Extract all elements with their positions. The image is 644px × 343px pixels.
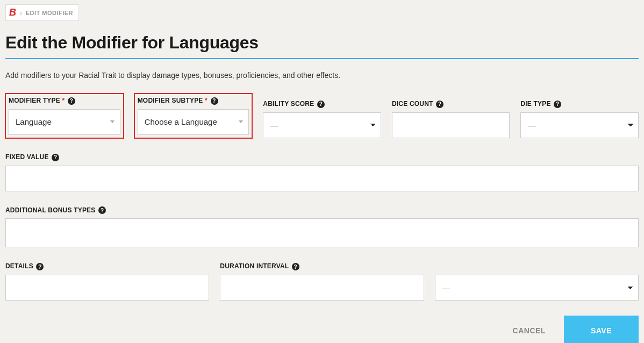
field-dice-count: DICE COUNT ? — [392, 100, 510, 138]
help-icon[interactable]: ? — [68, 97, 75, 105]
save-button[interactable]: SAVE — [564, 316, 639, 343]
field-ability-score: ABILITY SCORE ? — — [263, 100, 381, 138]
form-footer: CANCEL SAVE — [5, 316, 639, 343]
field-duration-interval: DURATION INTERVAL ? — [220, 262, 424, 301]
chevron-down-icon — [239, 120, 243, 123]
label-duration-interval: DURATION INTERVAL ? — [220, 262, 424, 270]
chevron-down-icon — [110, 120, 115, 123]
duration-unit-select[interactable]: — — [435, 275, 639, 301]
cancel-button[interactable]: CANCEL — [500, 316, 559, 343]
form-row-3: DETAILS ? DURATION INTERVAL ? x — — [5, 262, 639, 301]
duration-interval-input[interactable] — [220, 275, 424, 301]
field-duration-unit: x — — [435, 263, 639, 301]
label-additional-bonus-types: ADDITIONAL BONUS TYPES ? — [5, 206, 639, 215]
field-details: DETAILS ? — [5, 262, 209, 301]
field-modifier-subtype: MODIFIER SUBTYPE * ? Choose a Language — [134, 94, 253, 138]
help-icon[interactable]: ? — [98, 206, 106, 214]
label-fixed-value: FIXED VALUE ? — [5, 153, 639, 161]
label-modifier-type: MODIFIER TYPE * ? — [9, 97, 120, 105]
additional-bonus-types-input[interactable] — [5, 218, 639, 247]
label-details: DETAILS ? — [5, 262, 209, 270]
chevron-right-icon: › — [20, 9, 23, 17]
modifier-type-select[interactable]: Language — [9, 109, 120, 135]
logo-icon[interactable]: B — [9, 7, 17, 18]
details-input[interactable] — [5, 275, 209, 301]
field-modifier-type: MODIFIER TYPE * ? Language — [5, 94, 124, 138]
field-fixed-value: FIXED VALUE ? — [5, 153, 639, 191]
page-description: Add modifiers to your Racial Trait to di… — [5, 71, 639, 80]
help-icon[interactable]: ? — [52, 154, 59, 161]
page-title: Edit the Modifier for Languages — [5, 33, 639, 53]
help-icon[interactable]: ? — [211, 97, 218, 105]
ability-score-select[interactable]: — — [263, 112, 381, 138]
fixed-value-input[interactable] — [5, 166, 639, 191]
help-icon[interactable]: ? — [36, 263, 44, 270]
die-type-select[interactable]: — — [520, 112, 639, 138]
field-additional-bonus-types: ADDITIONAL BONUS TYPES ? — [5, 206, 639, 248]
form-row-1: MODIFIER TYPE * ? Language MODIFIER SUBT… — [5, 94, 639, 138]
breadcrumb: B › EDIT MODIFIER — [5, 4, 79, 21]
help-icon[interactable]: ? — [292, 263, 299, 270]
label-modifier-subtype: MODIFIER SUBTYPE * ? — [138, 97, 249, 105]
label-ability-score: ABILITY SCORE ? — [263, 100, 381, 108]
dice-count-input[interactable] — [392, 112, 510, 138]
title-divider — [5, 58, 639, 59]
help-icon[interactable]: ? — [317, 101, 325, 108]
help-icon[interactable]: ? — [436, 101, 443, 108]
field-die-type: DIE TYPE ? — — [520, 100, 639, 138]
help-icon[interactable]: ? — [554, 101, 561, 108]
breadcrumb-current: EDIT MODIFIER — [26, 10, 73, 16]
label-die-type: DIE TYPE ? — [520, 100, 639, 108]
modifier-subtype-select[interactable]: Choose a Language — [138, 109, 249, 135]
label-dice-count: DICE COUNT ? — [392, 100, 510, 108]
